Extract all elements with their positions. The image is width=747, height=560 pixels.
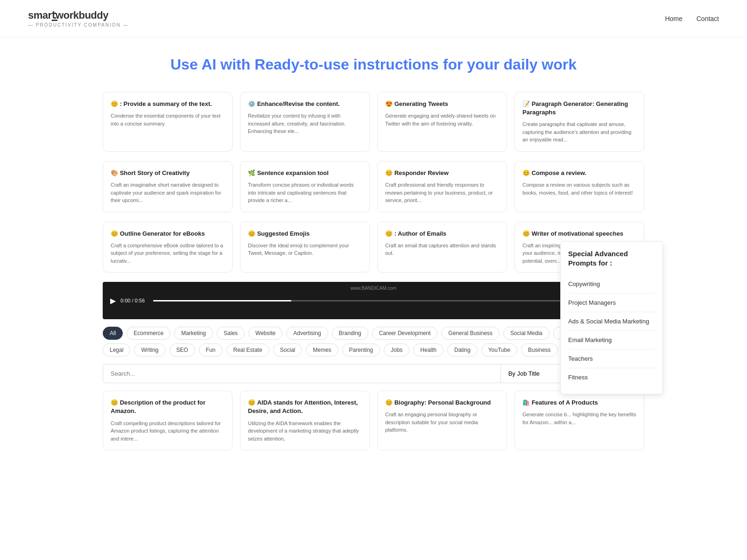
filter-advertising[interactable]: Advertising [286, 327, 328, 340]
card-paragraph[interactable]: 📝 Paragraph Generator: Generating Paragr… [514, 92, 644, 152]
filter-marketing[interactable]: Marketing [174, 327, 213, 340]
main-wrapper: 😊 : Provide a summary of the text. Conde… [93, 83, 654, 458]
bottom-card-biography-desc: Craft an engaging personal biography or … [385, 411, 499, 434]
card-sentence-expand[interactable]: 🌿 Sentence expansion tool Transform conc… [240, 161, 370, 212]
filter-health[interactable]: Health [413, 343, 444, 357]
filter-jobs[interactable]: Jobs [384, 343, 409, 357]
filter-sales[interactable]: Sales [217, 327, 245, 340]
filter-parenting[interactable]: Parenting [342, 343, 380, 357]
filter-memes[interactable]: Memes [306, 343, 338, 357]
card-sentence-expand-desc: Transform concise phrases or individual … [248, 181, 362, 204]
card-paragraph-desc: Create paragraphs that captivate and amu… [522, 120, 636, 144]
card-summary-emoji: 😊 [111, 100, 118, 107]
card-compose-review[interactable]: 😊 Compose a review. Compose a review on … [514, 161, 644, 212]
hero-title-highlight: Ready-to-use instructions for your daily… [254, 56, 577, 73]
filter-real-estate[interactable]: Real Estate [226, 343, 269, 357]
card-motivational-title: 😊 Writer of motivational speeches [522, 230, 636, 238]
card-short-story-title: 🎨 Short Story of Creativity [111, 169, 225, 177]
card-tweets-emoji: 😍 [385, 100, 393, 107]
hero-title: Use AI with Ready-to-use instructions fo… [9, 56, 738, 73]
filter-business[interactable]: Business [521, 343, 558, 357]
card-short-story[interactable]: 🎨 Short Story of Creativity Craft an ima… [103, 161, 233, 212]
card-email-author-desc: Craft an email that captures attention a… [385, 242, 499, 257]
filter-all[interactable]: All [103, 327, 123, 340]
sidebar-item-project-managers[interactable]: Project Managers [568, 294, 655, 312]
nav-home[interactable]: Home [665, 15, 682, 22]
cards-grid-row1: 😊 : Provide a summary of the text. Conde… [103, 92, 644, 152]
card-short-story-desc: Craft an imaginative short narrative des… [111, 181, 225, 204]
logo-text: smart̲workbuddy [28, 9, 129, 21]
bottom-card-aida-title: 😊 AIDA stands for Attention, Interest, D… [248, 399, 362, 415]
bottom-card-features-title: 🛍️ Features of A Products [522, 399, 636, 407]
card-ebook-outline-title: 😊 Outline Generator for eBooks [111, 230, 225, 238]
card-email-author[interactable]: 😊 : Author of Emails Craft an email that… [377, 222, 507, 273]
video-progress-bar[interactable] [153, 300, 613, 301]
card-responder[interactable]: 😊 Responder Review Craft professional an… [377, 161, 507, 212]
sidebar-panel-title: Special Advanced Prompts for : [568, 249, 655, 267]
main-nav: Home Contact [665, 15, 719, 22]
hero-title-plain: Use AI with [170, 56, 254, 73]
filter-social-media[interactable]: Social Media [503, 327, 550, 340]
card-suggested-emojis[interactable]: 😊 Suggested Emojis Discover the ideal em… [240, 222, 370, 273]
bottom-card-features-desc: Generate concise b... highlighting the k… [522, 411, 636, 426]
card-suggested-emojis-title: 😊 Suggested Emojis [248, 230, 362, 238]
logo: smart̲workbuddy — PRODUCTIVITY COMPANION… [28, 9, 129, 28]
play-button[interactable]: ▶ [110, 296, 116, 305]
card-sentence-expand-title: 🌿 Sentence expansion tool [248, 169, 362, 177]
header: smart̲workbuddy — PRODUCTIVITY COMPANION… [0, 0, 747, 37]
filter-writing[interactable]: Writing [134, 343, 165, 357]
card-enhance[interactable]: ⚙️ Enhance/Revise the content. Revitaliz… [240, 92, 370, 152]
sidebar-item-ads-social-media[interactable]: Ads & Social Media Marketing [568, 312, 655, 331]
bottom-card-aida[interactable]: 😊 AIDA stands for Attention, Interest, D… [240, 391, 370, 450]
card-compose-review-desc: Compose a review on various subjects suc… [522, 181, 636, 196]
filter-social[interactable]: Social [273, 343, 303, 357]
sidebar-item-copywriting[interactable]: Copywriting [568, 275, 655, 294]
card-tweets-title: 😍 Generating Tweets [385, 100, 499, 108]
card-email-author-title: 😊 : Author of Emails [385, 230, 499, 238]
cards-grid-row2: 🎨 Short Story of Creativity Craft an ima… [103, 161, 644, 212]
filter-seo[interactable]: SEO [169, 343, 195, 357]
bottom-cards-grid: 😊 Description of the product for Amazon.… [103, 391, 644, 450]
card-tweets[interactable]: 😍 Generating Tweets Generate engaging an… [377, 92, 507, 152]
sidebar-item-email-marketing[interactable]: Email Marketing [568, 331, 655, 350]
filter-website[interactable]: Website [248, 327, 282, 340]
card-suggested-emojis-desc: Discover the ideal emoji to complement y… [248, 242, 362, 257]
sidebar-item-fitness[interactable]: Fitness [568, 368, 655, 386]
card-summary-desc: Condense the essential components of you… [111, 112, 225, 127]
sidebar-item-teachers[interactable]: Teachers [568, 350, 655, 368]
card-ebook-outline[interactable]: 😊 Outline Generator for eBooks Craft a c… [103, 222, 233, 273]
filter-branding[interactable]: Branding [332, 327, 368, 340]
search-input[interactable] [103, 364, 500, 383]
bottom-card-amazon-title: 😊 Description of the product for Amazon. [111, 399, 225, 415]
filter-fun[interactable]: Fun [199, 343, 223, 357]
card-summary[interactable]: 😊 : Provide a summary of the text. Conde… [103, 92, 233, 152]
filter-youtube[interactable]: YouTube [481, 343, 517, 357]
card-responder-desc: Craft professional and friendly response… [385, 181, 499, 204]
filter-legal[interactable]: Legal [103, 343, 130, 357]
hero-section: Use AI with Ready-to-use instructions fo… [0, 37, 747, 83]
filter-career-dev[interactable]: Career Development [372, 327, 438, 340]
card-enhance-title: ⚙️ Enhance/Revise the content. [248, 100, 362, 108]
watermark: www.BANDICAM.com [351, 286, 396, 291]
filter-general-business[interactable]: General Business [441, 327, 500, 340]
bottom-card-biography[interactable]: 😊 Biography: Personal Background Craft a… [377, 391, 507, 450]
card-paragraph-emoji: 📝 [522, 100, 530, 107]
bottom-card-biography-title: 😊 Biography: Personal Background [385, 399, 499, 407]
filter-ecommerce[interactable]: Ecommerce [127, 327, 170, 340]
card-summary-title: 😊 : Provide a summary of the text. [111, 100, 225, 108]
logo-subtitle: — PRODUCTIVITY COMPANION — [28, 22, 129, 28]
card-enhance-desc: Revitalize your content by infusing it w… [248, 112, 362, 135]
bottom-card-amazon-desc[interactable]: 😊 Description of the product for Amazon.… [103, 391, 233, 450]
video-controls: ▶ 0:00 / 0:56 🔊 ⛶ [110, 296, 637, 305]
bottom-card-amazon-desc-text: Craft compelling product descriptions ta… [111, 420, 225, 443]
bottom-card-features[interactable]: 🛍️ Features of A Products Generate conci… [514, 391, 644, 450]
card-paragraph-title: 📝 Paragraph Generator: Generating Paragr… [522, 100, 636, 117]
card-responder-title: 😊 Responder Review [385, 169, 499, 177]
card-compose-review-title: 😊 Compose a review. [522, 169, 636, 177]
sidebar-panel: Special Advanced Prompts for : Copywriti… [560, 241, 663, 394]
bottom-card-aida-desc: Utilizing the AIDA framework enables the… [248, 420, 362, 443]
time-display: 0:00 / 0:56 [120, 298, 148, 303]
filter-dating[interactable]: Dating [447, 343, 478, 357]
card-ebook-outline-desc: Craft a comprehensive eBook outline tail… [111, 242, 225, 265]
nav-contact[interactable]: Contact [697, 15, 719, 22]
